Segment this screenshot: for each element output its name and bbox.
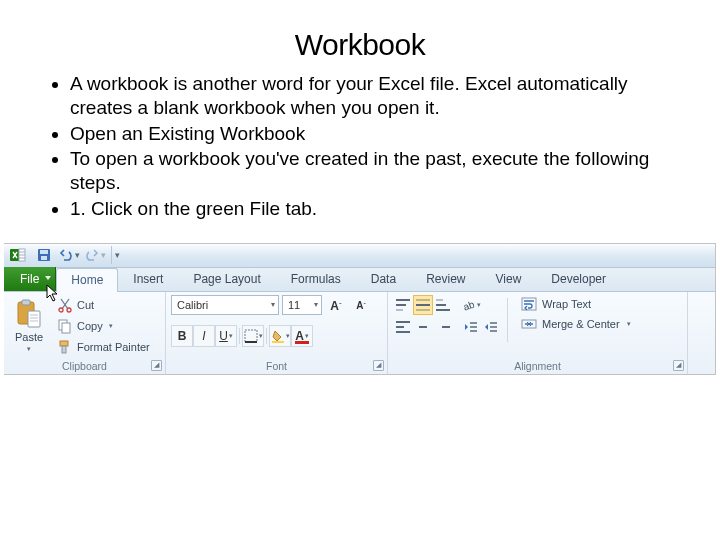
developer-tab[interactable]: Developer xyxy=(536,267,621,291)
copy-button[interactable]: Copy▾ xyxy=(53,316,154,337)
alignment-launcher[interactable]: ◢ xyxy=(673,360,684,371)
border-button[interactable]: ▾ xyxy=(242,325,264,347)
svg-text:ab: ab xyxy=(462,298,477,312)
svg-rect-19 xyxy=(62,346,66,353)
undo-button[interactable] xyxy=(56,245,76,265)
alignment-group: ab▾ xyxy=(388,292,688,374)
font-group: Calibri▾ 11▾ Aˆ Aˇ B I U▾ ▾ xyxy=(166,292,388,374)
review-tab[interactable]: Review xyxy=(411,267,480,291)
align-center-button[interactable] xyxy=(413,317,433,337)
paste-button[interactable]: Paste ▾ xyxy=(9,295,49,357)
align-left-button[interactable] xyxy=(393,317,413,337)
format-painter-button[interactable]: Format Painter xyxy=(53,337,154,358)
font-launcher[interactable]: ◢ xyxy=(373,360,384,371)
clipboard-group: Paste ▾ Cut Copy▾ Format Painter xyxy=(4,292,166,374)
svg-rect-17 xyxy=(62,323,70,333)
view-tab[interactable]: View xyxy=(481,267,537,291)
file-tab[interactable]: File xyxy=(4,267,56,291)
paste-label: Paste xyxy=(15,331,43,343)
redo-button[interactable] xyxy=(82,245,102,265)
svg-rect-20 xyxy=(245,330,257,342)
bullet-item: A workbook is another word for your Exce… xyxy=(70,72,680,120)
save-button[interactable] xyxy=(34,245,54,265)
quick-access-toolbar: ▾ ▾ ▾ xyxy=(4,244,715,268)
svg-rect-23 xyxy=(295,341,309,344)
shrink-font-button[interactable]: Aˇ xyxy=(350,295,372,317)
svg-rect-9 xyxy=(22,300,30,305)
bold-button[interactable]: B xyxy=(171,325,193,347)
excel-ribbon: ▾ ▾ ▾ File Home Insert Page Layout Formu… xyxy=(4,243,716,375)
wrap-text-button[interactable]: Wrap Text xyxy=(518,295,634,313)
font-size-combo[interactable]: 11▾ xyxy=(282,295,322,315)
svg-rect-18 xyxy=(60,341,68,346)
bullet-item: To open a workbook you've created in the… xyxy=(70,147,680,195)
svg-rect-6 xyxy=(40,250,48,254)
svg-rect-22 xyxy=(272,341,284,343)
svg-point-15 xyxy=(67,308,71,312)
grow-font-button[interactable]: Aˆ xyxy=(325,295,347,317)
formulas-tab[interactable]: Formulas xyxy=(276,267,356,291)
font-color-button[interactable]: A ▾ xyxy=(291,325,313,347)
font-name-combo[interactable]: Calibri▾ xyxy=(171,295,279,315)
svg-rect-7 xyxy=(41,256,47,260)
fill-color-button[interactable]: ▾ xyxy=(269,325,291,347)
align-bottom-button[interactable] xyxy=(433,295,453,315)
align-right-button[interactable] xyxy=(433,317,453,337)
orientation-button[interactable]: ab▾ xyxy=(461,295,481,315)
excel-icon xyxy=(10,247,26,263)
increase-indent-button[interactable] xyxy=(481,317,501,337)
align-top-button[interactable] xyxy=(393,295,413,315)
cut-button[interactable]: Cut xyxy=(53,295,154,316)
insert-tab[interactable]: Insert xyxy=(118,267,178,291)
bullet-list: A workbook is another word for your Exce… xyxy=(70,72,680,221)
align-middle-button[interactable] xyxy=(413,295,433,315)
slide-title: Workbook xyxy=(0,28,720,62)
svg-point-14 xyxy=(59,308,63,312)
alignment-group-label: Alignment xyxy=(393,360,682,374)
undo-caret[interactable]: ▾ xyxy=(75,250,80,260)
underline-button[interactable]: U▾ xyxy=(215,325,237,347)
clipboard-launcher[interactable]: ◢ xyxy=(151,360,162,371)
home-tab[interactable]: Home xyxy=(56,268,118,292)
decrease-indent-button[interactable] xyxy=(461,317,481,337)
merge-center-button[interactable]: Merge & Center▾ xyxy=(518,315,634,333)
italic-button[interactable]: I xyxy=(193,325,215,347)
font-group-label: Font xyxy=(171,360,382,374)
page-layout-tab[interactable]: Page Layout xyxy=(178,267,275,291)
ribbon-tabs: File Home Insert Page Layout Formulas Da… xyxy=(4,268,715,292)
ribbon-groups: Paste ▾ Cut Copy▾ Format Painter xyxy=(4,292,715,374)
redo-caret[interactable]: ▾ xyxy=(101,250,106,260)
clipboard-group-label: Clipboard xyxy=(9,360,160,374)
bullet-item: 1. Click on the green File tab. xyxy=(70,197,680,221)
qat-customize-button[interactable]: ▾ xyxy=(111,246,123,264)
bullet-item: Open an Existing Workbook xyxy=(70,122,680,146)
svg-rect-10 xyxy=(28,311,40,327)
data-tab[interactable]: Data xyxy=(356,267,411,291)
